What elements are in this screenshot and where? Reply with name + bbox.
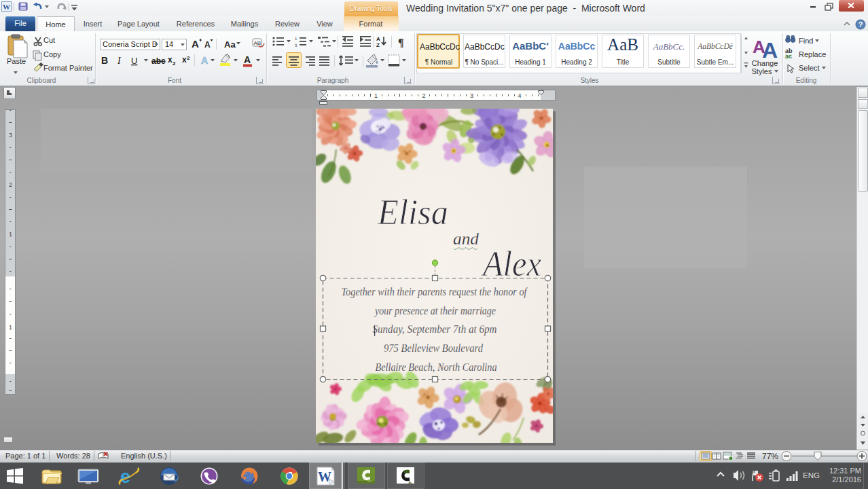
svg-text:2: 2 — [173, 60, 176, 67]
svg-text:W: W — [3, 3, 10, 11]
svg-text:ac: ac — [785, 53, 792, 60]
svg-text:1: 1 — [295, 37, 297, 41]
svg-text:x: x — [182, 55, 187, 65]
svg-text:Alex: Alex — [481, 244, 541, 283]
svg-text:e: e — [120, 467, 130, 486]
svg-text:1: 1 — [374, 92, 378, 99]
svg-text:4: 4 — [518, 92, 521, 99]
svg-text:and: and — [453, 229, 480, 249]
svg-text:A: A — [244, 54, 251, 65]
svg-text:2: 2 — [422, 92, 425, 99]
svg-text:abc: abc — [151, 56, 166, 66]
svg-text:1: 1 — [9, 324, 12, 331]
svg-text:A: A — [192, 38, 199, 50]
svg-text:A: A — [201, 55, 208, 66]
svg-text:3: 3 — [295, 43, 297, 48]
svg-text:2: 2 — [9, 181, 12, 188]
svg-text:1: 1 — [9, 231, 12, 238]
svg-text:Sunday, September 7th at 6pm: Sunday, September 7th at 6pm — [373, 323, 497, 336]
svg-text:Aa: Aa — [224, 39, 236, 50]
svg-text:x: x — [168, 55, 173, 65]
svg-text:A: A — [376, 36, 380, 42]
svg-text:3: 3 — [9, 132, 12, 139]
svg-text:Bellaire Beach, North Carolina: Bellaire Beach, North Carolina — [376, 361, 497, 374]
svg-text:Z: Z — [376, 42, 380, 48]
svg-text:3: 3 — [470, 92, 473, 99]
svg-text:AB: AB — [254, 40, 261, 46]
svg-text:A: A — [762, 38, 778, 60]
svg-text:?: ? — [858, 20, 863, 29]
svg-text:I: I — [117, 56, 122, 66]
svg-text:¶: ¶ — [398, 37, 404, 48]
svg-text:your presence at their marriag: your presence at their marriage — [374, 304, 496, 317]
svg-text:U: U — [131, 56, 137, 66]
svg-text:975 Belleview Boulevard: 975 Belleview Boulevard — [384, 342, 483, 355]
svg-text:77%: 77% — [762, 452, 778, 461]
svg-text:Together with their parents r: Together with their parents request the … — [342, 285, 528, 298]
svg-text:2: 2 — [187, 55, 190, 61]
svg-text:Elisa: Elisa — [377, 193, 448, 232]
svg-text:A: A — [204, 40, 211, 50]
svg-text:B: B — [101, 55, 108, 66]
